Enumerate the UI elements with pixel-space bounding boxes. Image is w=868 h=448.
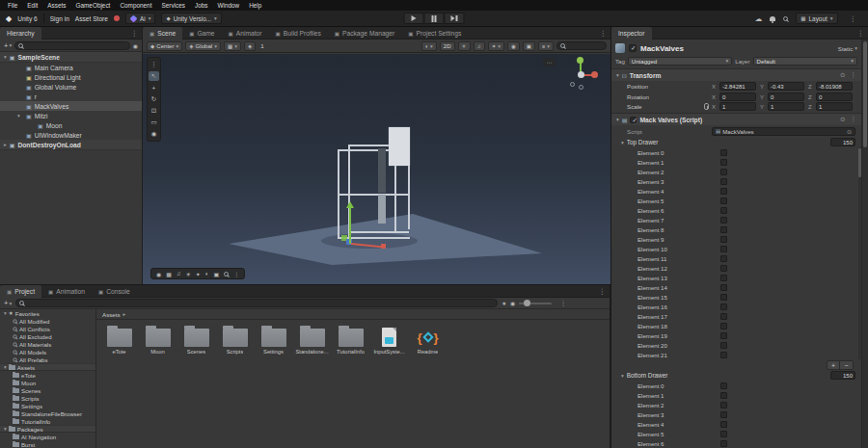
menu-item[interactable]: Window	[212, 2, 244, 9]
static-dropdown[interactable]: Static▾	[838, 45, 857, 52]
element-row[interactable]: Element 14	[611, 282, 861, 292]
presets-icon[interactable]: ⊙	[840, 116, 845, 123]
element-checkbox[interactable]	[720, 255, 727, 262]
element-row[interactable]: Element 11	[611, 253, 861, 263]
negative-axis-handle[interactable]	[579, 85, 583, 90]
element-checkbox[interactable]	[720, 294, 727, 301]
list-size-field[interactable]: 150	[830, 371, 855, 380]
element-checkbox[interactable]	[720, 265, 727, 272]
scale-x-field[interactable]: 1	[719, 102, 756, 111]
foldout-caret-icon[interactable]: ▾	[4, 426, 7, 432]
element-row[interactable]: Element 8	[611, 224, 861, 234]
favorites-icon[interactable]: ★	[502, 301, 506, 306]
negative-axis-handle[interactable]	[570, 82, 575, 87]
add-gameobject-button[interactable]: +▾	[4, 41, 12, 50]
kebab-menu-icon[interactable]: ⋮	[595, 287, 610, 296]
tag-dropdown[interactable]: Untagged▾	[628, 57, 732, 66]
element-checkbox[interactable]	[720, 431, 727, 437]
transform-tool-button[interactable]: ◉	[149, 129, 159, 139]
camera-settings-button[interactable]: ▣	[523, 41, 535, 51]
bottom-drawer-foldout[interactable]: ▾ Bottom Drawer 150	[611, 370, 861, 381]
effects-dropdown[interactable]: ✦▾	[488, 41, 504, 51]
inspector-scrollbar[interactable]	[861, 40, 868, 448]
rotation-z-field[interactable]: 0	[816, 92, 853, 101]
component-enabled-checkbox[interactable]	[630, 117, 637, 123]
remove-element-button[interactable]: −	[840, 361, 853, 369]
menu-item[interactable]: GameObject	[71, 2, 116, 9]
list-size-field[interactable]: 150	[830, 138, 855, 146]
hierarchy-item[interactable]: ▾ ▣ Moon	[0, 120, 142, 130]
slider-knob[interactable]	[524, 300, 530, 306]
dontdestroy-header-row[interactable]: ▸ ▣ DontDestroyOnLoad	[0, 140, 142, 150]
element-row[interactable]: Element 17	[611, 311, 861, 321]
menu-item[interactable]: Services	[156, 2, 190, 9]
scene-object-rack[interactable]	[336, 125, 419, 247]
asset-store-button[interactable]: Asset Store	[75, 15, 108, 22]
gizmos-dropdown[interactable]: ≡▾	[538, 41, 554, 51]
asset-grid-item[interactable]: {} Scenes	[178, 326, 214, 355]
x-axis-handle[interactable]	[591, 71, 598, 78]
element-checkbox[interactable]	[720, 207, 727, 214]
hierarchy-item[interactable]: ▾ ▣ Global Volume	[0, 82, 142, 92]
move-tool-button[interactable]: +	[149, 83, 159, 92]
shading-mode-dropdown[interactable]: ◐▾	[421, 41, 437, 51]
element-row[interactable]: Element 6	[611, 205, 861, 215]
favorite-item[interactable]: All Materials	[0, 340, 95, 348]
pivot-dropdown[interactable]: ◆Center▾	[147, 41, 182, 51]
asset-grid-item[interactable]: {} Scripts	[217, 326, 253, 355]
favorite-item[interactable]: All Prefabs	[0, 356, 95, 363]
tab-hierarchy[interactable]: Hierarchy	[0, 27, 41, 40]
hierarchy-item[interactable]: ▾ ▣ UIWindowMaker	[0, 130, 142, 140]
element-checkbox[interactable]	[720, 246, 727, 252]
element-checkbox[interactable]	[720, 342, 727, 349]
rotate-tool-button[interactable]: ↻	[149, 94, 159, 104]
hierarchy-item[interactable]: ▾ ▣ MackValves	[0, 101, 142, 111]
element-checkbox[interactable]	[720, 402, 727, 408]
element-checkbox[interactable]	[720, 236, 727, 243]
element-checkbox[interactable]	[720, 382, 727, 389]
element-row[interactable]: Element 10	[611, 244, 861, 253]
view-tool-button[interactable]: ↖	[149, 71, 159, 81]
lighting-toggle-button[interactable]: ☀	[458, 41, 471, 51]
element-checkbox[interactable]	[720, 217, 727, 224]
element-checkbox[interactable]	[720, 411, 727, 418]
asset-grid-item[interactable]: {} Settings	[256, 326, 291, 355]
pause-button[interactable]	[424, 13, 445, 24]
effects-icon[interactable]: ✦	[196, 271, 201, 277]
kebab-menu-icon[interactable]: ⋮	[851, 116, 857, 123]
breadcrumb[interactable]: Assets ▸	[96, 309, 610, 320]
layer-dropdown[interactable]: Default▾	[753, 57, 857, 66]
eye-icon[interactable]: ◉	[510, 300, 515, 306]
element-checkbox[interactable]	[720, 198, 727, 204]
asset-grid-item[interactable]: {} Readme	[410, 326, 446, 355]
center-tab[interactable]: ▣ Animator	[222, 27, 269, 40]
element-checkbox[interactable]	[720, 188, 727, 195]
orientation-gizmo[interactable]	[564, 60, 597, 92]
kebab-menu-icon[interactable]: ⋮	[127, 29, 143, 38]
center-tab[interactable]: ▣ Scene	[143, 27, 182, 40]
kebab-menu-icon[interactable]: ⋮	[854, 29, 868, 38]
foldout-caret-icon[interactable]: ▾	[4, 310, 7, 316]
project-tab[interactable]: ▣ Animation	[41, 285, 92, 298]
element-row[interactable]: Element 19	[611, 330, 861, 340]
element-row[interactable]: Element 15	[611, 292, 861, 302]
center-tab[interactable]: ▣ Game	[182, 27, 221, 40]
create-asset-button[interactable]: +▾	[4, 299, 12, 307]
element-row[interactable]: Element 2	[611, 400, 861, 409]
script-object-field[interactable]: ▤ MackValves ⊙	[712, 127, 855, 136]
transform-header[interactable]: ▾ ⊡ Transform ⊙⋮	[611, 69, 861, 81]
project-tree-folder[interactable]: Scenes	[0, 386, 95, 394]
project-search-input[interactable]	[15, 299, 498, 307]
hierarchy-item[interactable]: ▾ ▣ Mitzi	[0, 111, 142, 120]
search-icon[interactable]	[224, 272, 229, 277]
sign-in-button[interactable]: Sign in	[50, 15, 69, 22]
menu-item[interactable]: Jobs	[190, 2, 213, 9]
hierarchy-item[interactable]: ▾ ▣ r	[0, 92, 142, 101]
overlay-icon[interactable]: ▣	[213, 271, 219, 277]
element-checkbox[interactable]	[720, 159, 727, 166]
element-row[interactable]: Element 5	[611, 429, 861, 438]
element-row[interactable]: Element 16	[611, 302, 861, 311]
version-control-dropdown[interactable]: ◆Unity Versio...▾	[161, 13, 221, 24]
package-item[interactable]: AI Navigation	[0, 433, 95, 440]
script-component-header[interactable]: ▾ ▤ Mack Valves (Script) ⊙⋮	[611, 114, 861, 125]
